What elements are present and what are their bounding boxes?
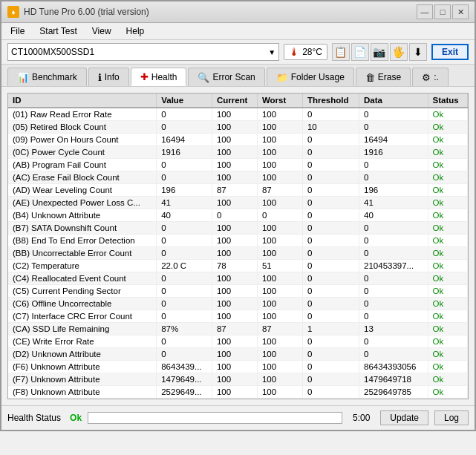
cell-status: Ok xyxy=(428,285,467,298)
cell-current: 100 xyxy=(212,134,257,146)
col-value: Value xyxy=(157,94,212,108)
toolbar-icons: 📋 📄 📷 🖐 ⬇ xyxy=(332,43,427,61)
app-icon: ♦ xyxy=(7,6,19,18)
cell-id: (09) Power On Hours Count xyxy=(8,134,157,146)
cell-value: 0 xyxy=(157,222,212,235)
benchmark-icon: 📊 xyxy=(17,72,29,83)
tab-folder-usage[interactable]: 📁 Folder Usage xyxy=(267,68,354,86)
update-button[interactable]: Update xyxy=(380,410,428,425)
cell-id: (05) Retired Block Count xyxy=(8,121,157,134)
drive-selector[interactable]: CT1000MX500SSD1 ▼ xyxy=(7,43,279,61)
cell-data: 0 xyxy=(359,222,428,235)
cell-threshold: 0 xyxy=(302,348,359,361)
cell-id: (0C) Power Cycle Count xyxy=(8,146,157,159)
log-button[interactable]: Log xyxy=(434,410,469,425)
cell-id: (BB) Uncorrectable Error Count xyxy=(8,247,157,260)
table-row: (AE) Unexpected Power Loss C... 41 100 1… xyxy=(8,197,468,209)
tab-error-scan[interactable]: 🔍 Error Scan xyxy=(188,68,264,86)
cell-current: 100 xyxy=(212,159,257,171)
cell-value: 22.0 C xyxy=(157,260,212,272)
cell-data: 41 xyxy=(359,197,428,209)
cell-id: (AD) Wear Leveling Count xyxy=(8,184,157,197)
cell-threshold: 0 xyxy=(302,134,359,146)
cell-status: Ok xyxy=(428,108,467,121)
cell-data: 86434393056 xyxy=(359,361,428,373)
cell-value: 0 xyxy=(157,272,212,285)
cell-current: 100 xyxy=(212,272,257,285)
tab-erase[interactable]: 🗑 Erase xyxy=(356,68,411,86)
col-status: Status xyxy=(428,94,467,108)
status-bar: Health Status Ok 5:00 Update Log xyxy=(1,405,475,430)
download-icon-btn[interactable]: ⬇ xyxy=(409,43,427,61)
menu-view[interactable]: View xyxy=(86,24,117,38)
cell-status: Ok xyxy=(428,323,467,335)
menu-start-test[interactable]: Start Test xyxy=(33,24,82,38)
cell-status: Ok xyxy=(428,235,467,247)
cell-id: (F8) Unknown Attribute xyxy=(8,386,157,399)
cell-threshold: 0 xyxy=(302,159,359,171)
cell-value: 0 xyxy=(157,298,212,310)
cell-worst: 100 xyxy=(257,373,302,386)
table-row: (AC) Erase Fail Block Count 0 100 100 0 … xyxy=(8,171,468,184)
tab-extra[interactable]: ⚙ :. xyxy=(412,68,449,86)
cell-worst: 100 xyxy=(257,146,302,159)
minimize-button[interactable]: — xyxy=(417,4,433,19)
cell-id: (B4) Unknown Attribute xyxy=(8,209,157,222)
cell-status: Ok xyxy=(428,197,467,209)
cell-value: 196 xyxy=(157,184,212,197)
cell-data: 1479649718 xyxy=(359,373,428,386)
cell-worst: 100 xyxy=(257,361,302,373)
cell-status: Ok xyxy=(428,159,467,171)
col-current: Current xyxy=(212,94,257,108)
tab-bar: 📊 Benchmark ℹ Info ✚ Health 🔍 Error Scan… xyxy=(1,65,475,87)
cell-current: 100 xyxy=(212,197,257,209)
cell-current: 100 xyxy=(212,171,257,184)
cell-value: 0 xyxy=(157,348,212,361)
title-bar: ♦ HD Tune Pro 6.00 (trial version) — □ ✕ xyxy=(1,1,475,23)
health-table-container: ID Value Current Worst Threshold Data St… xyxy=(7,93,469,399)
cell-id: (B7) SATA Downshift Count xyxy=(8,222,157,235)
cell-id: (AE) Unexpected Power Loss C... xyxy=(8,197,157,209)
cell-threshold: 0 xyxy=(302,310,359,323)
cell-status: Ok xyxy=(428,298,467,310)
cell-status: Ok xyxy=(428,272,467,285)
cell-status: Ok xyxy=(428,335,467,348)
close-button[interactable]: ✕ xyxy=(452,4,469,19)
cell-data: 0 xyxy=(359,108,428,121)
table-row: (C5) Current Pending Sector 0 100 100 0 … xyxy=(8,285,468,298)
maximize-button[interactable]: □ xyxy=(434,4,451,19)
cell-data: 0 xyxy=(359,235,428,247)
tab-benchmark[interactable]: 📊 Benchmark xyxy=(7,68,87,86)
cell-worst: 100 xyxy=(257,386,302,399)
cell-worst: 100 xyxy=(257,134,302,146)
tab-info[interactable]: ℹ Info xyxy=(88,68,129,86)
cell-status: Ok xyxy=(428,184,467,197)
refresh-icon-btn[interactable]: 🖐 xyxy=(390,43,408,61)
cell-status: Ok xyxy=(428,171,467,184)
table-row: (B7) SATA Downshift Count 0 100 100 0 0 … xyxy=(8,222,468,235)
cell-worst: 87 xyxy=(257,184,302,197)
camera-icon-btn[interactable]: 📷 xyxy=(371,43,388,61)
time-display: 5:00 xyxy=(348,413,374,423)
cell-value: 16494 xyxy=(157,134,212,146)
window-title: HD Tune Pro 6.00 (trial version) xyxy=(24,7,149,17)
cell-status: Ok xyxy=(428,386,467,399)
tab-health[interactable]: ✚ Health xyxy=(131,68,187,86)
table-row: (AB) Program Fail Count 0 100 100 0 0 Ok xyxy=(8,159,468,171)
menu-help[interactable]: Help xyxy=(120,24,151,38)
exit-button[interactable]: Exit xyxy=(431,44,469,60)
chevron-down-icon: ▼ xyxy=(268,48,276,56)
cell-status: Ok xyxy=(428,134,467,146)
cell-current: 100 xyxy=(212,335,257,348)
cell-worst: 100 xyxy=(257,108,302,121)
table-row: (C7) Interface CRC Error Count 0 100 100… xyxy=(8,310,468,323)
cell-value: 0 xyxy=(157,247,212,260)
copy-icon-btn[interactable]: 📄 xyxy=(351,43,369,61)
menu-file[interactable]: File xyxy=(4,24,30,38)
cell-worst: 100 xyxy=(257,272,302,285)
table-row: (B8) End To End Error Detection 0 100 10… xyxy=(8,235,468,247)
table-row: (09) Power On Hours Count 16494 100 100 … xyxy=(8,134,468,146)
info-icon-btn[interactable]: 📋 xyxy=(332,43,350,61)
cell-id: (01) Raw Read Error Rate xyxy=(8,108,157,121)
cell-threshold: 0 xyxy=(302,285,359,298)
